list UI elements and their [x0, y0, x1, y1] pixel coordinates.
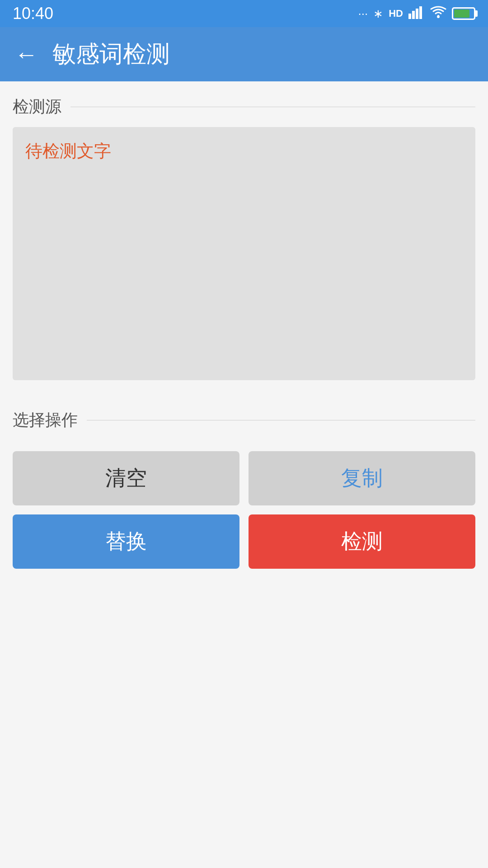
status-time: 10:40 — [13, 4, 53, 23]
operation-section: 选择操作 清空 复制 替换 检测 — [13, 395, 475, 569]
buttons-grid: 清空 复制 替换 检测 — [13, 451, 475, 569]
detection-source-divider — [70, 107, 475, 107]
svg-rect-2 — [416, 9, 418, 19]
wifi-icon — [430, 6, 446, 22]
operation-section-divider — [87, 420, 475, 420]
operation-section-header: 选择操作 — [13, 395, 475, 440]
more-icon: ··· — [358, 7, 368, 21]
bluetooth-icon: ∗ — [373, 7, 383, 21]
svg-rect-1 — [412, 11, 415, 19]
detection-source-header: 检测源 — [13, 81, 475, 127]
svg-rect-0 — [408, 14, 411, 19]
app-title: 敏感词检测 — [52, 38, 170, 70]
operation-section-label: 选择操作 — [13, 409, 78, 431]
detection-source-label: 检测源 — [13, 96, 61, 118]
hd-icon: HD — [389, 8, 403, 19]
signal-icon — [408, 5, 425, 22]
bottom-area — [0, 596, 488, 868]
clear-button[interactable]: 清空 — [13, 451, 239, 505]
text-input-area[interactable] — [13, 127, 475, 380]
main-content: 检测源 选择操作 清空 复制 替换 检测 — [0, 81, 488, 596]
battery-fill — [454, 9, 469, 18]
app-bar: ← 敏感词检测 — [0, 27, 488, 81]
status-icons: ··· ∗ HD — [358, 5, 475, 22]
replace-button[interactable]: 替换 — [13, 514, 239, 569]
svg-point-4 — [437, 15, 440, 18]
text-input-field[interactable] — [25, 140, 463, 366]
status-bar: 10:40 ··· ∗ HD — [0, 0, 488, 27]
svg-rect-3 — [419, 6, 422, 19]
copy-button[interactable]: 复制 — [249, 451, 475, 505]
detect-button[interactable]: 检测 — [249, 514, 475, 569]
battery-icon — [452, 7, 475, 20]
back-button[interactable]: ← — [14, 42, 38, 66]
